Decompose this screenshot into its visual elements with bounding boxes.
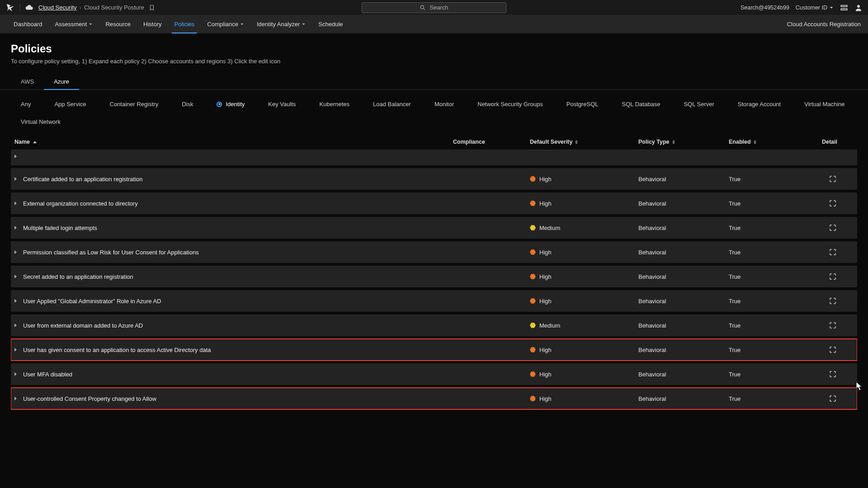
expand-caret-icon[interactable] xyxy=(14,324,17,327)
filter-sql-database[interactable]: SQL Database xyxy=(612,96,670,112)
expand-caret-icon[interactable] xyxy=(14,202,17,205)
table-row[interactable]: Azure users can consent to apps accessin… xyxy=(11,150,857,165)
filter-container-registry[interactable]: Container Registry xyxy=(100,96,169,112)
expand-caret-icon[interactable] xyxy=(14,348,17,352)
expand-caret-icon[interactable] xyxy=(14,226,17,230)
table-header: Name Compliance Default Severity Policy … xyxy=(11,134,857,150)
filter-identity[interactable]: Identity xyxy=(207,96,255,112)
table-row[interactable]: Multiple failed login attemptsMediumBeha… xyxy=(11,217,857,239)
filter-monitor[interactable]: Monitor xyxy=(425,96,464,112)
cell-detail xyxy=(806,321,837,330)
chevron-down-icon xyxy=(240,22,244,26)
expand-detail-button[interactable] xyxy=(828,394,837,403)
cell-severity: High xyxy=(530,371,638,378)
cloud-icon[interactable] xyxy=(25,3,34,12)
col-header-severity[interactable]: Default Severity xyxy=(530,139,638,145)
expand-detail-button[interactable] xyxy=(828,370,837,379)
table-row[interactable]: Permission classified as Low Risk for Us… xyxy=(11,241,857,263)
divider xyxy=(20,4,20,11)
expand-caret-icon[interactable] xyxy=(14,177,17,181)
nav-item-history[interactable]: History xyxy=(137,15,168,33)
table-row[interactable]: User MFA disabledHighBehavioralTrue xyxy=(11,363,857,385)
cell-name: User-controlled Consent Property changed… xyxy=(14,395,453,402)
cell-name: Azure users can consent to apps accessin… xyxy=(14,153,453,160)
col-header-name[interactable]: Name xyxy=(14,139,453,145)
cell-severity: High xyxy=(530,273,638,280)
sort-asc-icon xyxy=(33,141,37,143)
table-row[interactable]: User-controlled Consent Property changed… xyxy=(11,388,857,409)
filter-kubernetes[interactable]: Kubernetes xyxy=(310,96,360,112)
cell-detail xyxy=(806,394,837,403)
nav-item-schedule[interactable]: Schedule xyxy=(312,15,349,33)
expand-detail-button[interactable] xyxy=(828,223,837,232)
nav-item-resource[interactable]: Resource xyxy=(99,15,137,33)
expand-caret-icon[interactable] xyxy=(14,372,17,376)
cloud-tab-azure[interactable]: Azure xyxy=(44,74,79,89)
filter-virtual-network[interactable]: Virtual Network xyxy=(11,114,71,130)
expand-caret-icon[interactable] xyxy=(14,250,17,254)
table-row[interactable]: External organization connected to direc… xyxy=(11,192,857,214)
col-header-type[interactable]: Policy Type xyxy=(638,139,729,145)
nav-item-assessment[interactable]: Assessment xyxy=(49,15,99,33)
breadcrumb-link[interactable]: Cloud Security xyxy=(38,4,77,11)
filter-postgresql[interactable]: PostgreSQL xyxy=(557,96,609,112)
expand-detail-button[interactable] xyxy=(828,321,837,330)
severity-hex-icon xyxy=(530,274,536,280)
search-placeholder: Search xyxy=(429,4,448,11)
cell-enabled: True xyxy=(729,273,806,280)
filter-sql-server[interactable]: SQL Server xyxy=(674,96,724,112)
cell-type: Behavioral xyxy=(638,395,729,402)
customer-id-label: Customer ID xyxy=(796,5,827,11)
nav-item-compliance[interactable]: Compliance xyxy=(201,15,250,33)
services-icon[interactable] xyxy=(840,4,848,12)
cell-detail xyxy=(806,345,837,354)
filter-any[interactable]: Any xyxy=(11,96,41,112)
brand-logo-icon[interactable] xyxy=(5,3,15,13)
expand-detail-button[interactable] xyxy=(828,345,837,354)
expand-detail-button[interactable] xyxy=(828,248,837,257)
nav-cloud-accounts-registration[interactable]: Cloud Accounts Registration xyxy=(787,21,861,28)
customer-id-dropdown[interactable]: Customer ID xyxy=(796,5,834,11)
page-title: Policies xyxy=(11,42,857,55)
user-icon[interactable] xyxy=(854,4,863,12)
cell-enabled: True xyxy=(729,298,806,305)
cell-severity: High xyxy=(530,298,638,305)
cell-severity: High xyxy=(530,153,638,160)
severity-hex-icon xyxy=(530,176,536,182)
cell-severity: Medium xyxy=(530,225,638,231)
expand-detail-button[interactable] xyxy=(828,296,837,305)
filter-storage-account[interactable]: Storage Account xyxy=(728,96,791,112)
col-header-enabled[interactable]: Enabled xyxy=(729,139,806,145)
bookmark-icon[interactable] xyxy=(149,5,155,11)
table-row[interactable]: Certificate added to an application regi… xyxy=(11,168,857,190)
filter-load-balancer[interactable]: Load Balancer xyxy=(363,96,421,112)
cell-name: User has given consent to an application… xyxy=(14,347,453,353)
filter-app-service[interactable]: App Service xyxy=(44,96,96,112)
table-body[interactable]: Azure users can consent to apps accessin… xyxy=(11,150,857,462)
nav-item-policies[interactable]: Policies xyxy=(168,15,201,33)
cell-enabled: True xyxy=(729,347,806,353)
nav-item-identity-analyzer[interactable]: Identity Analyzer xyxy=(250,15,312,33)
table-row[interactable]: Secret added to an application registrat… xyxy=(11,266,857,287)
expand-caret-icon[interactable] xyxy=(14,275,17,278)
table-row[interactable]: User has given consent to an application… xyxy=(11,339,857,361)
filter-key-vaults[interactable]: Key Vaults xyxy=(258,96,306,112)
search-input[interactable]: Search xyxy=(362,2,506,13)
filter-disk[interactable]: Disk xyxy=(172,96,203,112)
expand-caret-icon[interactable] xyxy=(14,299,17,303)
filter-virtual-machine[interactable]: Virtual Machine xyxy=(794,96,854,112)
table-row[interactable]: User from external domain added to Azure… xyxy=(11,314,857,336)
table-row[interactable]: User Applied "Global Administrator" Role… xyxy=(11,290,857,312)
expand-detail-button[interactable] xyxy=(828,174,837,183)
cell-severity: High xyxy=(530,347,638,353)
cloud-tab-aws[interactable]: AWS xyxy=(11,74,44,89)
expand-detail-button[interactable] xyxy=(828,272,837,281)
col-header-compliance[interactable]: Compliance xyxy=(453,139,530,145)
expand-caret-icon[interactable] xyxy=(14,155,17,158)
expand-caret-icon[interactable] xyxy=(14,397,17,400)
search-icon xyxy=(420,5,426,11)
expand-detail-button[interactable] xyxy=(828,199,837,208)
nav-item-dashboard[interactable]: Dashboard xyxy=(7,15,49,33)
chevron-down-icon xyxy=(302,22,306,26)
filter-network-security-groups[interactable]: Network Security Groups xyxy=(467,96,553,112)
